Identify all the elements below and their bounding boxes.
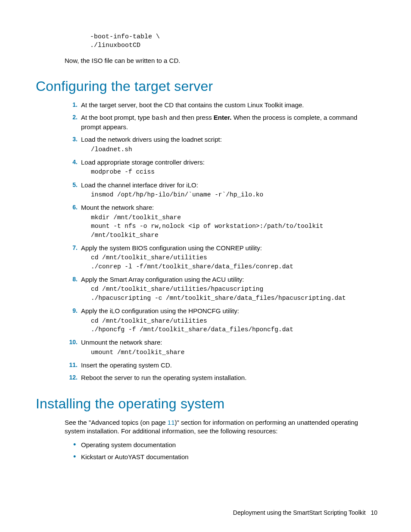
heading-installing: Installing the operating system [36, 395, 377, 413]
step-text: Load the network drivers using the loadn… [81, 136, 222, 143]
step-code: cd /mnt/toolkit_share/utilities ./conrep… [91, 253, 377, 271]
step-6: Mount the network share: mkdir /mnt/tool… [65, 203, 377, 239]
step-code: /loadnet.sh [91, 145, 377, 154]
inline-code: bash [152, 115, 167, 122]
footer-page-number: 10 [371, 509, 377, 516]
step-code: cd /mnt/toolkit_share/utilities/hpacuscr… [91, 285, 377, 302]
step-10: Unmount the network share: umount /mnt/t… [65, 338, 377, 357]
step-2: At the boot prompt, type bash and then p… [65, 113, 377, 131]
step-text: At the target server, boot the CD that c… [81, 101, 304, 109]
footer-title: Deployment using the SmartStart Scriptin… [233, 509, 366, 516]
install-bullets: Operating system documentation Kickstart… [65, 441, 377, 461]
step-text-prefix: At the boot prompt, type [81, 114, 152, 121]
para-pre: See the "Advanced topics (on page [65, 419, 168, 426]
configure-steps: At the target server, boot the CD that c… [65, 101, 377, 382]
install-paragraph: See the "Advanced topics (on page 11)" s… [65, 418, 377, 436]
step-code: insmod /opt/hp/hp-ilo/bin/`uname -r`/hp_… [91, 190, 377, 199]
bullet-item: Kickstart or AutoYAST documentation [65, 453, 377, 461]
aside-text: Now, the ISO file can be written to a CD… [65, 56, 377, 65]
step-code: cd /mnt/toolkit_share/utilities ./hponcf… [91, 317, 377, 334]
step-5: Load the channel interface driver for iL… [65, 181, 377, 199]
step-8: Apply the Smart Array configuration usin… [65, 275, 377, 302]
step-code: mkdir /mnt/toolkit_share mount -t nfs -o… [91, 213, 377, 240]
bold-enter: Enter. [214, 114, 232, 121]
step-text: Insert the operating system CD. [81, 361, 172, 369]
step-code: modprobe -f cciss [91, 168, 377, 176]
step-code: umount /mnt/toolkit_share [91, 348, 377, 357]
step-3: Load the network drivers using the loadn… [65, 135, 377, 154]
step-1: At the target server, boot the CD that c… [65, 101, 377, 109]
step-text: Unmount the network share: [81, 339, 162, 346]
step-text: Apply the iLO configuration using the HP… [81, 307, 239, 314]
step-text: Mount the network share: [81, 204, 154, 211]
step-11: Insert the operating system CD. [65, 361, 377, 370]
bullet-item: Operating system documentation [65, 441, 377, 449]
step-12: Reboot the server to run the operating s… [65, 373, 377, 382]
page-link[interactable]: 11 [168, 419, 175, 426]
step-text: Apply the Smart Array configuration usin… [81, 276, 244, 283]
step-text-mid: and then press [167, 114, 214, 121]
heading-configuring: Configuring the target server [36, 78, 377, 96]
step-9: Apply the iLO configuration using the HP… [65, 307, 377, 334]
step-text: Apply the system BIOS configuration usin… [81, 244, 262, 252]
step-4: Load appropriate storage controller driv… [65, 158, 377, 177]
step-text: Load appropriate storage controller driv… [81, 159, 205, 166]
step-7: Apply the system BIOS configuration usin… [65, 244, 377, 271]
page-content: -boot-info-table \ ./linuxbootCD Now, th… [0, 0, 411, 461]
step-text: Reboot the server to run the operating s… [81, 374, 246, 381]
page-footer: Deployment using the SmartStart Scriptin… [233, 509, 377, 516]
step-text: Load the channel interface driver for iL… [81, 181, 198, 189]
top-code-block: -boot-info-table \ ./linuxbootCD [90, 33, 377, 50]
